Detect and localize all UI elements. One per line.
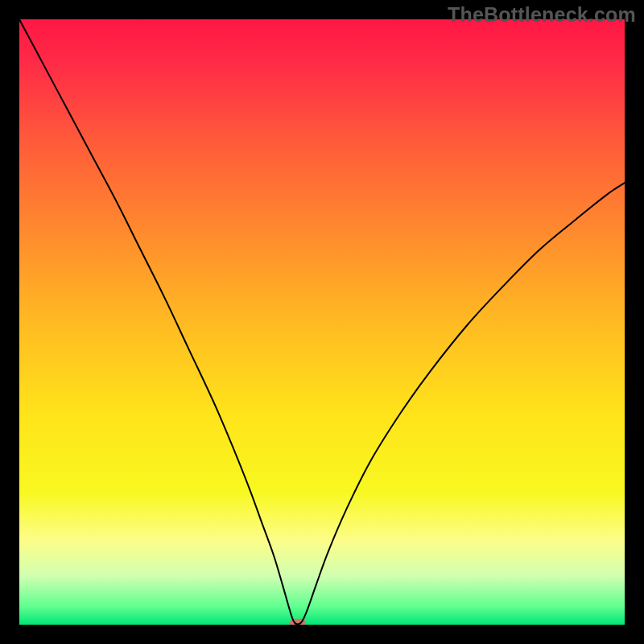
chart-container: TheBottleneck.com <box>0 0 644 644</box>
plot-area <box>19 19 625 625</box>
plot-background <box>19 19 625 625</box>
watermark-text: TheBottleneck.com <box>448 3 636 27</box>
